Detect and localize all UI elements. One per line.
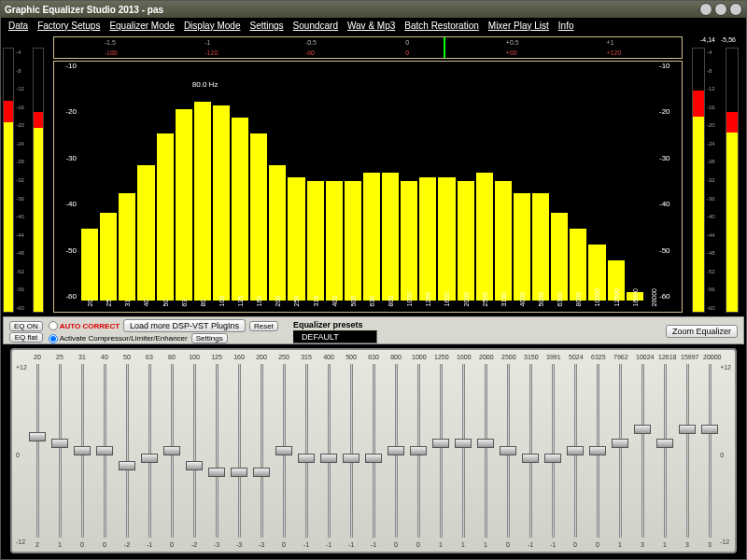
spectrum-bar: 5000 — [532, 193, 549, 301]
eq-slider-800[interactable] — [389, 364, 402, 538]
spectrum-bar: 80 — [194, 102, 211, 301]
eq-slider-1000[interactable] — [412, 364, 425, 538]
eq-slider-100[interactable] — [188, 364, 201, 538]
close-icon[interactable] — [729, 3, 742, 16]
spectrum-bar: 12500 — [608, 260, 625, 301]
eq-slider-200[interactable] — [255, 364, 268, 538]
spectrum-bar: 400 — [326, 181, 343, 301]
eq-slider-3150[interactable] — [524, 364, 537, 538]
eq-slider-315[interactable] — [300, 364, 313, 538]
eq-slider-250[interactable] — [277, 364, 290, 538]
spectrum-bar: 160 — [250, 133, 267, 301]
spectrum-bar: 250 — [288, 177, 304, 301]
spectrum-bar: 31 — [119, 193, 135, 301]
spectrum-chart: -10-20-30-40-50-60 -10-20-30-40-50-60 80… — [53, 61, 683, 313]
spectrum-bar: 2500 — [476, 173, 493, 301]
spectrum-bar: 2000 — [458, 181, 474, 301]
menu-data[interactable]: Data — [8, 21, 28, 31]
title-text: Graphic Equalizer Studio 2013 - pas — [5, 5, 163, 15]
ruler-marker[interactable] — [444, 37, 445, 58]
spectrum-bar: 200 — [269, 165, 286, 301]
eq-slider-50[interactable] — [120, 364, 134, 538]
spectrum-bar: 8000 — [570, 229, 586, 301]
menu-equalizer-mode[interactable]: Equalizer Mode — [109, 21, 174, 31]
spectrum-bar: 1250 — [419, 177, 436, 301]
eq-slider-1250[interactable] — [434, 364, 447, 538]
eq-slider-10024[interactable] — [636, 364, 649, 538]
menu-mixer-play-list[interactable]: Mixer Play List — [488, 21, 549, 31]
spectrum-bar: 40 — [137, 165, 154, 301]
spectrum-bar: 1000 — [401, 181, 417, 301]
auto-correct-radio[interactable]: AUTO CORRECT — [49, 321, 120, 330]
menu-soundcard[interactable]: Soundcard — [293, 21, 338, 31]
settings-button[interactable]: Settings — [191, 333, 228, 343]
freq-marker: 80.0 Hz — [192, 80, 218, 89]
peak-r: -5,56 — [721, 36, 736, 48]
minimize-icon[interactable] — [699, 3, 712, 16]
spectrum-bar: 630 — [363, 173, 380, 301]
spectrum-bar: 1600 — [438, 177, 455, 301]
eq-slider-20[interactable] — [31, 364, 44, 538]
control-panel: EQ ON EQ flat AUTO CORRECT Load more DSP… — [3, 316, 744, 344]
spectrum-bar: 63 — [176, 109, 192, 301]
eq-slider-5024[interactable] — [569, 364, 582, 538]
preset-label: Equalizer presets — [293, 320, 377, 329]
zoom-button[interactable]: Zoom Equalizer — [666, 325, 738, 338]
eq-slider-500[interactable] — [345, 364, 358, 538]
eq-slider-1600[interactable] — [457, 364, 470, 538]
eq-slider-15997[interactable] — [681, 364, 694, 538]
window-controls — [699, 3, 742, 16]
spectrum-bar: 6300 — [551, 213, 568, 301]
eq-slider-20000[interactable] — [703, 364, 716, 538]
menu-wav-&-mp3[interactable]: Wav & Mp3 — [347, 21, 395, 31]
spectrum-area: -1.5-1-0.50+0.5+1-180-120-600+60+120 -10… — [46, 33, 690, 316]
spectrum-bar: 500 — [345, 181, 361, 301]
eq-slider-40[interactable] — [98, 364, 111, 538]
menu-factory-setups[interactable]: Factory Setups — [37, 21, 100, 31]
eq-slider-25[interactable] — [53, 364, 66, 538]
eq-on-button[interactable]: EQ ON — [9, 321, 43, 331]
balance-ruler[interactable]: -1.5-1-0.50+0.5+1-180-120-600+60+120 — [53, 36, 683, 59]
eq-slider-3991[interactable] — [546, 364, 559, 538]
spectrum-bar: 10000 — [588, 245, 605, 301]
spectrum-bar: 800 — [382, 173, 399, 301]
spectrum-bar: 20 — [81, 229, 98, 301]
eq-slider-12618[interactable] — [658, 364, 671, 538]
eq-sliders: 2025314050638010012516020025031540050063… — [10, 348, 737, 553]
spectrum-bar: 100 — [213, 105, 230, 301]
spectrum-bar: 3150 — [495, 181, 512, 301]
eq-slider-63[interactable] — [143, 364, 156, 538]
menubar: DataFactory SetupsEqualizer ModeDisplay … — [1, 18, 746, 33]
spectrum-bar: 125 — [232, 118, 248, 301]
menu-info[interactable]: Info — [558, 21, 574, 31]
main-row: -4-8-12-16-20-24-28-32-36-40-44-48-52-56… — [1, 33, 746, 316]
eq-slider-6325[interactable] — [591, 364, 604, 538]
eq-slider-31[interactable] — [76, 364, 89, 538]
menu-settings[interactable]: Settings — [249, 21, 283, 31]
eq-slider-630[interactable] — [367, 364, 380, 538]
eq-slider-2000[interactable] — [479, 364, 492, 538]
output-meter: -4,14 -5,56 -4-8-12-16-20-24-28-32-36-40… — [690, 33, 746, 316]
reset-button[interactable]: Reset — [249, 321, 278, 331]
eq-slider-7962[interactable] — [613, 364, 627, 538]
menu-batch-restoration[interactable]: Batch Restoration — [404, 21, 479, 31]
spectrum-bar: 16000 — [627, 292, 643, 301]
spectrum-bar: 315 — [307, 181, 324, 301]
eq-flat-button[interactable]: EQ flat — [9, 332, 43, 343]
eq-slider-160[interactable] — [233, 364, 246, 538]
app-window: Graphic Equalizer Studio 2013 - pas Data… — [0, 0, 747, 560]
preset-select[interactable]: DEFAULT — [293, 330, 377, 343]
titlebar[interactable]: Graphic Equalizer Studio 2013 - pas — [1, 1, 746, 18]
load-plugins-button[interactable]: Load more DSP-VST PlugIns — [123, 319, 246, 332]
out-meter-l — [692, 48, 705, 313]
maximize-icon[interactable] — [714, 3, 727, 16]
eq-slider-125[interactable] — [210, 364, 223, 538]
menu-display-mode[interactable]: Display Mode — [184, 21, 241, 31]
eq-slider-80[interactable] — [165, 364, 178, 538]
eq-slider-2500[interactable] — [501, 364, 514, 538]
activate-radio[interactable]: Activate Compressor/Limiter/Enhancer — [49, 334, 188, 343]
out-meter-r — [726, 48, 739, 313]
spectrum-bar: 50 — [157, 133, 174, 301]
input-meter: -4-8-12-16-20-24-28-32-36-40-44-48-52-56… — [1, 33, 46, 316]
eq-slider-400[interactable] — [322, 364, 335, 538]
